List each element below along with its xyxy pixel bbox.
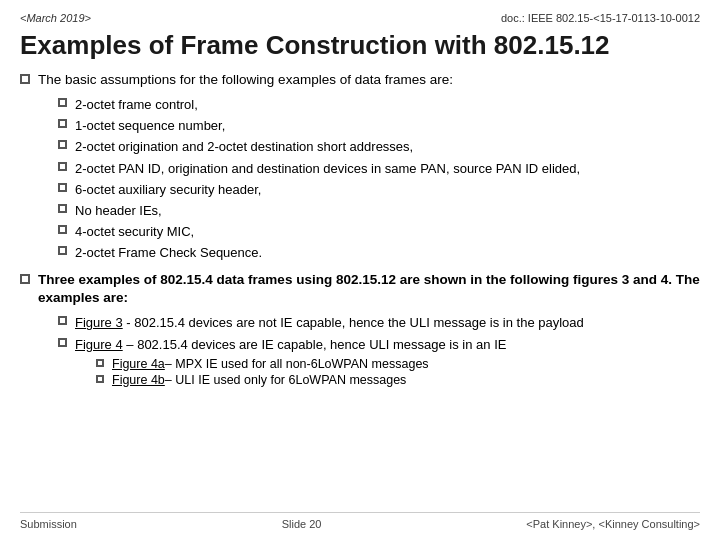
sub-bullet-1-6: No header IEs,	[58, 202, 700, 220]
figure4a-link: Figure 4a	[112, 357, 165, 371]
sub-bullet-icon	[58, 140, 67, 149]
sub-bullet-icon	[58, 98, 67, 107]
main-bullet-1: The basic assumptions for the following …	[20, 71, 700, 90]
sub-bullet-1-4-text: 2-octet PAN ID, origination and destinat…	[75, 160, 700, 178]
figure4-rest: – 802.15.4 devices are IE capable, hence…	[123, 337, 507, 352]
sub-bullets-2: Figure 3 - 802.15.4 devices are not IE c…	[58, 314, 700, 386]
footer-center: Slide 20	[282, 518, 322, 530]
sub-bullet-1-5-text: 6-octet auxiliary security header,	[75, 181, 700, 199]
figure4b-rest: – ULI IE used only for 6LoWPAN messages	[165, 373, 407, 387]
sub-bullet-icon	[58, 246, 67, 255]
sub-bullet-2-1: Figure 3 - 802.15.4 devices are not IE c…	[58, 314, 700, 332]
figure4a-rest: – MPX IE used for all non-6LoWPAN messag…	[165, 357, 429, 371]
sub-bullet-icon	[58, 338, 67, 347]
slide: <March 2019> doc.: IEEE 802.15-<15-17-01…	[0, 0, 720, 540]
sub-bullet-1-7-text: 4-octet security MIC,	[75, 223, 700, 241]
section-1: The basic assumptions for the following …	[20, 71, 700, 262]
sub-bullet-1-8: 2-octet Frame Check Sequence.	[58, 244, 700, 262]
header-left: <March 2019>	[20, 12, 91, 24]
footer-bar: Submission Slide 20 <Pat Kinney>, <Kinne…	[20, 512, 700, 530]
sub-sub-bullet-4a-text: Figure 4a– MPX IE used for all non-6LoWP…	[112, 357, 429, 371]
figure4-link: Figure 4	[75, 337, 123, 352]
sub-bullet-icon	[58, 204, 67, 213]
sub-bullet-1-3-text: 2-octet origination and 2-octet destinat…	[75, 138, 700, 156]
sub-sub-bullet-icon	[96, 359, 104, 367]
bullet-icon-2	[20, 274, 30, 284]
slide-title: Examples of Frame Construction with 802.…	[20, 30, 700, 61]
bullet-icon-1	[20, 74, 30, 84]
sub-bullet-2-1-text: Figure 3 - 802.15.4 devices are not IE c…	[75, 314, 700, 332]
main-bullet-1-text: The basic assumptions for the following …	[38, 71, 700, 90]
header-bar: <March 2019> doc.: IEEE 802.15-<15-17-01…	[20, 12, 700, 24]
figure3-rest: - 802.15.4 devices are not IE capable, h…	[123, 315, 584, 330]
sub-sub-bullet-4b-text: Figure 4b– ULI IE used only for 6LoWPAN …	[112, 373, 406, 387]
sub-bullet-1-1: 2-octet frame control,	[58, 96, 700, 114]
sub-bullet-1-1-text: 2-octet frame control,	[75, 96, 700, 114]
sub-bullet-2-2-text: Figure 4 – 802.15.4 devices are IE capab…	[75, 336, 700, 354]
sub-bullet-1-2-text: 1-octet sequence number,	[75, 117, 700, 135]
figure3-link: Figure 3	[75, 315, 123, 330]
sub-sub-bullet-4b: Figure 4b– ULI IE used only for 6LoWPAN …	[96, 373, 700, 387]
sub-bullet-1-7: 4-octet security MIC,	[58, 223, 700, 241]
sub-bullet-1-3: 2-octet origination and 2-octet destinat…	[58, 138, 700, 156]
figure4b-link: Figure 4b	[112, 373, 165, 387]
main-bullet-2-text: Three examples of 802.15.4 data frames u…	[38, 271, 700, 309]
sub-bullet-icon	[58, 183, 67, 192]
sub-bullets-1: 2-octet frame control, 1-octet sequence …	[58, 96, 700, 263]
sub-sub-bullet-icon	[96, 375, 104, 383]
sub-bullet-1-5: 6-octet auxiliary security header,	[58, 181, 700, 199]
sub-sub-bullet-4a: Figure 4a– MPX IE used for all non-6LoWP…	[96, 357, 700, 371]
footer-left: Submission	[20, 518, 77, 530]
header-right: doc.: IEEE 802.15-<15-17-0113-10-0012	[501, 12, 700, 24]
sub-bullet-icon	[58, 119, 67, 128]
sub-bullet-1-6-text: No header IEs,	[75, 202, 700, 220]
sub-bullet-1-2: 1-octet sequence number,	[58, 117, 700, 135]
sub-bullet-icon	[58, 316, 67, 325]
sub-bullet-icon	[58, 225, 67, 234]
footer-right: <Pat Kinney>, <Kinney Consulting>	[526, 518, 700, 530]
sub-bullet-1-4: 2-octet PAN ID, origination and destinat…	[58, 160, 700, 178]
sub-bullet-icon	[58, 162, 67, 171]
sub-sub-bullets-2: Figure 4a– MPX IE used for all non-6LoWP…	[96, 357, 700, 387]
section-2: Three examples of 802.15.4 data frames u…	[20, 271, 700, 387]
sub-bullet-2-2: Figure 4 – 802.15.4 devices are IE capab…	[58, 336, 700, 354]
main-bullet-2: Three examples of 802.15.4 data frames u…	[20, 271, 700, 309]
sub-bullet-1-8-text: 2-octet Frame Check Sequence.	[75, 244, 700, 262]
